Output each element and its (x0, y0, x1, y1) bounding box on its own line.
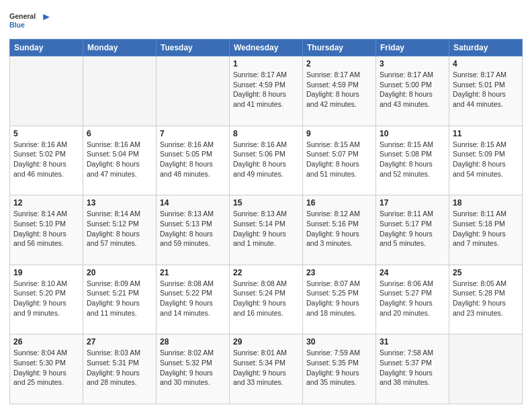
weekday-header-row: SundayMondayTuesdayWednesdayThursdayFrid… (10, 40, 523, 56)
calendar-day-cell (449, 334, 523, 404)
calendar-week-row: 19Sunrise: 8:10 AMSunset: 5:20 PMDayligh… (10, 265, 523, 334)
calendar-day-cell: 2Sunrise: 8:17 AMSunset: 4:59 PMDaylight… (303, 56, 376, 126)
calendar-day-cell: 25Sunrise: 8:05 AMSunset: 5:28 PMDayligh… (449, 265, 523, 334)
calendar-day-cell: 18Sunrise: 8:11 AMSunset: 5:18 PMDayligh… (449, 195, 523, 265)
calendar-day-cell: 20Sunrise: 8:09 AMSunset: 5:21 PMDayligh… (83, 265, 157, 334)
day-number: 24 (380, 268, 445, 277)
day-info: Sunrise: 8:10 AMSunset: 5:20 PMDaylight:… (13, 279, 79, 318)
day-info: Sunrise: 8:17 AMSunset: 5:00 PMDaylight:… (380, 70, 445, 109)
day-info: Sunrise: 8:16 AMSunset: 5:02 PMDaylight:… (13, 140, 79, 179)
day-number: 12 (13, 198, 79, 208)
day-number: 3 (380, 59, 445, 68)
day-number: 28 (160, 337, 226, 347)
calendar-day-cell: 8Sunrise: 8:16 AMSunset: 5:06 PMDaylight… (230, 126, 303, 195)
day-info: Sunrise: 7:58 AMSunset: 5:37 PMDaylight:… (380, 348, 445, 387)
day-number: 2 (306, 59, 372, 68)
day-number: 17 (380, 198, 445, 208)
weekday-header-cell: Thursday (303, 40, 376, 56)
day-info: Sunrise: 8:08 AMSunset: 5:24 PMDaylight:… (233, 279, 299, 318)
calendar-day-cell: 19Sunrise: 8:10 AMSunset: 5:20 PMDayligh… (10, 265, 83, 334)
calendar-day-cell: 10Sunrise: 8:15 AMSunset: 5:08 PMDayligh… (376, 126, 449, 195)
day-number: 4 (453, 59, 519, 68)
day-info: Sunrise: 8:12 AMSunset: 5:16 PMDaylight:… (306, 209, 372, 248)
day-info: Sunrise: 8:11 AMSunset: 5:17 PMDaylight:… (380, 209, 445, 248)
calendar-week-row: 26Sunrise: 8:04 AMSunset: 5:30 PMDayligh… (10, 334, 523, 404)
calendar-day-cell: 12Sunrise: 8:14 AMSunset: 5:10 PMDayligh… (10, 195, 83, 265)
day-number: 23 (306, 268, 372, 277)
svg-marker-1 (43, 14, 50, 20)
day-info: Sunrise: 8:02 AMSunset: 5:32 PMDaylight:… (160, 348, 226, 387)
calendar-week-row: 5Sunrise: 8:16 AMSunset: 5:02 PMDaylight… (10, 126, 523, 195)
day-number: 7 (160, 129, 226, 138)
calendar-day-cell: 1Sunrise: 8:17 AMSunset: 4:59 PMDaylight… (230, 56, 303, 126)
day-number: 1 (233, 59, 299, 68)
weekday-header-cell: Tuesday (157, 40, 230, 56)
calendar-day-cell (83, 56, 157, 126)
day-number: 5 (13, 129, 79, 138)
day-info: Sunrise: 8:08 AMSunset: 5:22 PMDaylight:… (160, 279, 226, 318)
day-number: 18 (453, 198, 519, 208)
calendar-day-cell: 3Sunrise: 8:17 AMSunset: 5:00 PMDaylight… (376, 56, 449, 126)
day-info: Sunrise: 8:13 AMSunset: 5:13 PMDaylight:… (160, 209, 226, 248)
svg-text:General: General (9, 12, 36, 20)
calendar-day-cell: 6Sunrise: 8:16 AMSunset: 5:04 PMDaylight… (83, 126, 157, 195)
calendar-day-cell: 15Sunrise: 8:13 AMSunset: 5:14 PMDayligh… (230, 195, 303, 265)
day-info: Sunrise: 8:14 AMSunset: 5:10 PMDaylight:… (13, 209, 79, 248)
day-number: 13 (87, 198, 152, 208)
calendar-day-cell: 21Sunrise: 8:08 AMSunset: 5:22 PMDayligh… (157, 265, 230, 334)
weekday-header-cell: Sunday (10, 40, 83, 56)
day-info: Sunrise: 8:09 AMSunset: 5:21 PMDaylight:… (87, 279, 152, 318)
logo-svg: General Blue (9, 7, 50, 34)
day-number: 31 (380, 337, 445, 347)
calendar-day-cell: 16Sunrise: 8:12 AMSunset: 5:16 PMDayligh… (303, 195, 376, 265)
calendar-day-cell: 28Sunrise: 8:02 AMSunset: 5:32 PMDayligh… (157, 334, 230, 404)
calendar-day-cell: 27Sunrise: 8:03 AMSunset: 5:31 PMDayligh… (83, 334, 157, 404)
calendar-day-cell: 17Sunrise: 8:11 AMSunset: 5:17 PMDayligh… (376, 195, 449, 265)
calendar-day-cell (157, 56, 230, 126)
calendar-day-cell: 31Sunrise: 7:58 AMSunset: 5:37 PMDayligh… (376, 334, 449, 404)
day-number: 14 (160, 198, 226, 208)
day-number: 22 (233, 268, 299, 277)
header: General Blue (9, 7, 523, 34)
day-number: 16 (306, 198, 372, 208)
calendar-day-cell: 30Sunrise: 7:59 AMSunset: 5:35 PMDayligh… (303, 334, 376, 404)
calendar-day-cell: 5Sunrise: 8:16 AMSunset: 5:02 PMDaylight… (10, 126, 83, 195)
day-info: Sunrise: 8:06 AMSunset: 5:27 PMDaylight:… (380, 279, 445, 318)
day-info: Sunrise: 8:15 AMSunset: 5:08 PMDaylight:… (380, 140, 445, 179)
calendar-table: SundayMondayTuesdayWednesdayThursdayFrid… (9, 39, 523, 404)
page: General Blue SundayMondayTuesdayWednesda… (0, 0, 532, 411)
day-number: 11 (453, 129, 519, 138)
day-number: 30 (306, 337, 372, 347)
day-info: Sunrise: 8:13 AMSunset: 5:14 PMDaylight:… (233, 209, 299, 248)
day-info: Sunrise: 8:16 AMSunset: 5:05 PMDaylight:… (160, 140, 226, 179)
day-info: Sunrise: 8:15 AMSunset: 5:09 PMDaylight:… (453, 140, 519, 179)
day-number: 8 (233, 129, 299, 138)
calendar-day-cell: 4Sunrise: 8:17 AMSunset: 5:01 PMDaylight… (449, 56, 523, 126)
calendar-day-cell: 29Sunrise: 8:01 AMSunset: 5:34 PMDayligh… (230, 334, 303, 404)
calendar-day-cell (10, 56, 83, 126)
weekday-header-cell: Friday (376, 40, 449, 56)
day-number: 6 (87, 129, 152, 138)
weekday-header-cell: Monday (83, 40, 157, 56)
day-number: 10 (380, 129, 445, 138)
svg-text:Blue: Blue (9, 21, 25, 29)
day-number: 19 (13, 268, 79, 277)
logo: General Blue (9, 7, 50, 34)
day-info: Sunrise: 7:59 AMSunset: 5:35 PMDaylight:… (306, 348, 372, 387)
calendar-day-cell: 24Sunrise: 8:06 AMSunset: 5:27 PMDayligh… (376, 265, 449, 334)
day-info: Sunrise: 8:04 AMSunset: 5:30 PMDaylight:… (13, 348, 79, 387)
calendar-body: 1Sunrise: 8:17 AMSunset: 4:59 PMDaylight… (10, 56, 523, 404)
day-info: Sunrise: 8:11 AMSunset: 5:18 PMDaylight:… (453, 209, 519, 248)
day-number: 25 (453, 268, 519, 277)
day-info: Sunrise: 8:16 AMSunset: 5:04 PMDaylight:… (87, 140, 152, 179)
day-number: 29 (233, 337, 299, 347)
calendar-week-row: 1Sunrise: 8:17 AMSunset: 4:59 PMDaylight… (10, 56, 523, 126)
day-info: Sunrise: 8:14 AMSunset: 5:12 PMDaylight:… (87, 209, 152, 248)
day-number: 20 (87, 268, 152, 277)
day-info: Sunrise: 8:17 AMSunset: 4:59 PMDaylight:… (233, 70, 299, 109)
day-info: Sunrise: 8:15 AMSunset: 5:07 PMDaylight:… (306, 140, 372, 179)
day-info: Sunrise: 8:16 AMSunset: 5:06 PMDaylight:… (233, 140, 299, 179)
calendar-week-row: 12Sunrise: 8:14 AMSunset: 5:10 PMDayligh… (10, 195, 523, 265)
calendar-day-cell: 26Sunrise: 8:04 AMSunset: 5:30 PMDayligh… (10, 334, 83, 404)
day-info: Sunrise: 8:03 AMSunset: 5:31 PMDaylight:… (87, 348, 152, 387)
